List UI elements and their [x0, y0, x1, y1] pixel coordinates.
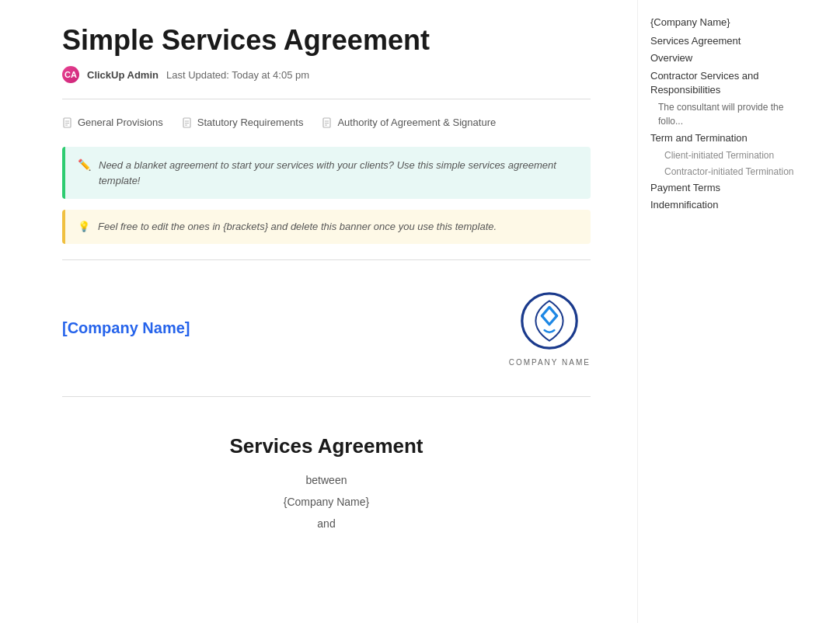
logo-container: COMPANY NAME — [509, 290, 591, 367]
tabs-row: General Provisions Statutory Requirement… — [62, 113, 591, 131]
sidebar-item-contractor-termination[interactable]: Contractor-initiated Termination — [650, 165, 803, 179]
banner-green: ✏️ Need a blanket agreement to start you… — [62, 147, 591, 199]
doc-icon-3 — [322, 117, 333, 128]
doc-icon — [62, 117, 73, 128]
between-text: between — [62, 474, 591, 486]
and-text: and — [62, 517, 591, 530]
meta-row: CA ClickUp Admin Last Updated: Today at … — [62, 66, 591, 83]
company-logo — [518, 290, 580, 352]
banner-green-text: Need a blanket agreement to start your s… — [99, 158, 578, 188]
divider-middle — [62, 259, 591, 260]
sidebar-item-indemnification[interactable]: Indemnification — [650, 198, 803, 212]
divider-bottom — [62, 396, 591, 397]
edit-icon: ✏️ — [78, 158, 91, 171]
banner-yellow: 💡 Feel free to edit the ones in {bracket… — [62, 210, 591, 244]
banner-yellow-text: Feel free to edit the ones in {brackets}… — [98, 219, 497, 235]
services-agreement-section: Services Agreement between {Company Name… — [62, 411, 591, 538]
services-agreement-title: Services Agreement — [62, 434, 591, 458]
tab-authority-signature[interactable]: Authority of Agreement & Signature — [322, 113, 496, 131]
company-section: [Company Name] COMPANY NAME — [62, 274, 591, 382]
company-name-link[interactable]: [Company Name] — [62, 319, 190, 337]
sidebar-item-client-termination[interactable]: Client-initiated Termination — [650, 148, 803, 162]
author-name: ClickUp Admin — [87, 69, 159, 81]
company-placeholder: {Company Name} — [62, 496, 591, 508]
avatar: CA — [62, 66, 79, 83]
divider-top — [62, 99, 591, 99]
main-content: Simple Services Agreement CA ClickUp Adm… — [0, 0, 637, 623]
tab-authority-signature-label: Authority of Agreement & Signature — [337, 117, 496, 128]
tab-general-provisions[interactable]: General Provisions — [62, 113, 163, 131]
sidebar-item-term-termination[interactable]: Term and Termination — [650, 131, 803, 145]
last-updated: Last Updated: Today at 4:05 pm — [166, 69, 309, 81]
tab-statutory-requirements-label: Statutory Requirements — [197, 117, 304, 128]
logo-label: COMPANY NAME — [509, 358, 591, 367]
tab-general-provisions-label: General Provisions — [78, 117, 163, 128]
sidebar-item-overview[interactable]: Overview — [650, 51, 803, 65]
sidebar-item-contractor-services[interactable]: Contractor Services and Responsibilities — [650, 69, 803, 97]
right-sidebar: {Company Name} Services Agreement Overvi… — [637, 0, 816, 623]
sidebar-item-consultant-sub[interactable]: The consultant will provide the follo... — [650, 100, 803, 128]
sidebar-item-company-name[interactable]: {Company Name} — [650, 16, 803, 30]
lightbulb-icon: 💡 — [78, 221, 90, 232]
doc-title: Simple Services Agreement — [62, 23, 591, 57]
sidebar-item-payment-terms[interactable]: Payment Terms — [650, 181, 803, 195]
tab-statutory-requirements[interactable]: Statutory Requirements — [182, 113, 304, 131]
sidebar-item-services-agreement[interactable]: Services Agreement — [650, 34, 803, 48]
doc-icon-2 — [182, 117, 193, 128]
